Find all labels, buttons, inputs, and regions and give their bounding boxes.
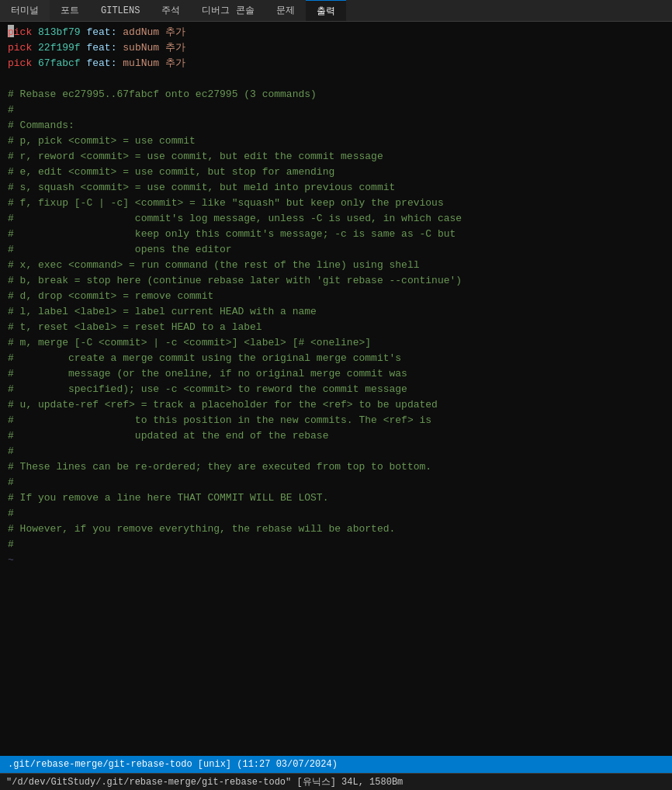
line-10: # e, edit <commit> = use commit, but sto… bbox=[0, 165, 672, 180]
editor-area: pick 813bf79 feat: addNum 추가 pick 22f199… bbox=[0, 22, 672, 756]
status-bar: .git/rebase-merge/git-rebase-todo [unix]… bbox=[0, 756, 672, 773]
tab-output[interactable]: 출력 bbox=[306, 0, 346, 21]
line-14: # keep only this commit's message; -c is… bbox=[0, 227, 672, 242]
line-2: pick 22f199f feat: subNum 추가 bbox=[0, 40, 672, 56]
line-9: # r, reword <commit> = use commit, but e… bbox=[0, 149, 672, 165]
tab-debug[interactable]: 디버그 콘솔 bbox=[191, 0, 265, 21]
line-5: # Rebase ec27995..67fabcf onto ec27995 (… bbox=[0, 87, 672, 102]
line-31: # If you remove a line here THAT COMMIT … bbox=[0, 490, 672, 506]
line-33: # However, if you remove everything, the… bbox=[0, 521, 672, 537]
line-4 bbox=[0, 71, 672, 87]
tab-gitlens[interactable]: GITLENS bbox=[90, 0, 151, 21]
line-15: # opens the editor bbox=[0, 242, 672, 258]
line-34: # bbox=[0, 537, 672, 553]
line-16: # x, exec <command> = run command (the r… bbox=[0, 258, 672, 273]
tab-problem[interactable]: 문제 bbox=[265, 0, 306, 21]
tab-bar: 터미널 포트 GITLENS 주석 디버그 콘솔 문제 출력 bbox=[0, 0, 672, 22]
line-tilde: ~ bbox=[0, 553, 672, 568]
line-22: # create a merge commit using the origin… bbox=[0, 351, 672, 366]
line-24: # specified); use -c <commit> to reword … bbox=[0, 382, 672, 397]
line-17: # b, break = stop here (continue rebase … bbox=[0, 273, 672, 289]
tab-terminal[interactable]: 터미널 bbox=[0, 0, 50, 21]
bottom-bar: "/d/dev/GitStudy/.git/rebase-merge/git-r… bbox=[0, 773, 672, 790]
line-11: # s, squash <commit> = use commit, but m… bbox=[0, 180, 672, 196]
filepath-status: .git/rebase-merge/git-rebase-todo [unix]… bbox=[8, 759, 338, 770]
line-6: # bbox=[0, 102, 672, 118]
tab-port[interactable]: 포트 bbox=[50, 0, 90, 21]
line-18: # d, drop <commit> = remove commit bbox=[0, 289, 672, 304]
line-26: # to this position in the new commits. T… bbox=[0, 413, 672, 428]
line-23: # message (or the oneline, if no origina… bbox=[0, 366, 672, 382]
fullpath-status: "/d/dev/GitStudy/.git/rebase-merge/git-r… bbox=[6, 775, 403, 788]
line-3: pick 67fabcf feat: mulNum 추가 bbox=[0, 56, 672, 71]
line-29: # These lines can be re-ordered; they ar… bbox=[0, 459, 672, 475]
line-25: # u, update-ref <ref> = track a placehol… bbox=[0, 397, 672, 413]
line-8: # p, pick <commit> = use commit bbox=[0, 133, 672, 149]
tab-comment[interactable]: 주석 bbox=[151, 0, 191, 21]
line-28: # bbox=[0, 444, 672, 459]
line-30: # bbox=[0, 475, 672, 490]
line-32: # bbox=[0, 506, 672, 521]
line-20: # t, reset <label> = reset HEAD to a lab… bbox=[0, 320, 672, 335]
line-21: # m, merge [-C <commit> | -c <commit>] <… bbox=[0, 335, 672, 351]
line-1: pick 813bf79 feat: addNum 추가 bbox=[0, 25, 672, 40]
line-12: # f, fixup [-C | -c] <commit> = like "sq… bbox=[0, 196, 672, 211]
line-27: # updated at the end of the rebase bbox=[0, 428, 672, 444]
line-13: # commit's log message, unless -C is use… bbox=[0, 211, 672, 227]
line-19: # l, label <label> = label current HEAD … bbox=[0, 304, 672, 320]
line-7: # Commands: bbox=[0, 118, 672, 133]
